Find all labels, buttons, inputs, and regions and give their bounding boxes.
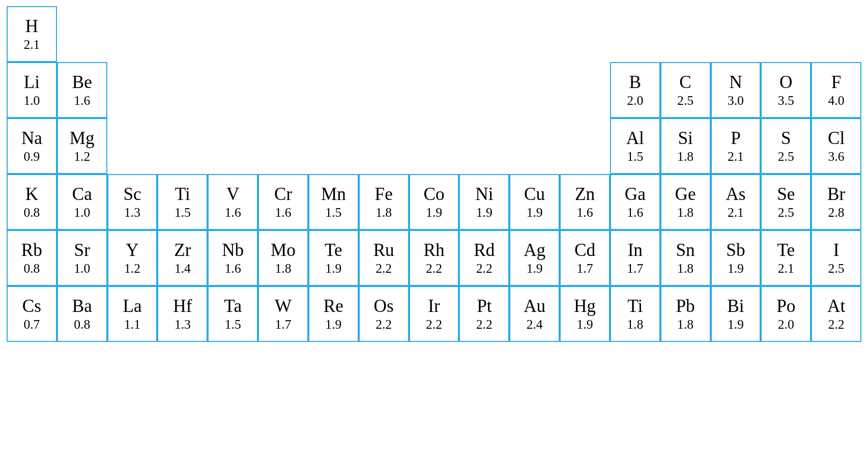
element-value: 2.0	[778, 317, 794, 333]
element-cell: Mg1.2	[57, 118, 107, 174]
element-cell: H2.1	[7, 6, 57, 62]
element-symbol: Zn	[575, 184, 595, 205]
empty-cell	[509, 118, 560, 174]
element-value: 3.6	[828, 149, 845, 165]
element-symbol: F	[831, 72, 842, 93]
element-value: 2.5	[778, 205, 794, 221]
element-cell: Sc1.3	[107, 174, 158, 230]
element-cell: Na0.9	[7, 118, 57, 174]
element-cell: Rd2.2	[459, 230, 509, 286]
element-symbol: Be	[72, 72, 92, 93]
element-cell: Sn1.8	[660, 230, 711, 286]
empty-cell	[711, 6, 761, 62]
element-symbol: Pb	[676, 296, 695, 317]
element-symbol: Rd	[474, 240, 495, 261]
element-cell: Ge1.8	[660, 174, 711, 230]
element-cell: Mn1.5	[308, 174, 359, 230]
element-value: 1.6	[225, 261, 241, 277]
element-symbol: Na	[21, 128, 42, 149]
empty-cell	[208, 6, 258, 62]
element-value: 1.7	[275, 317, 292, 333]
element-symbol: Zr	[174, 240, 191, 261]
element-cell: Al1.5	[610, 118, 660, 174]
element-symbol: Y	[126, 240, 138, 261]
element-symbol: Sb	[726, 240, 745, 261]
element-cell: Cl3.6	[811, 118, 861, 174]
empty-cell	[509, 62, 560, 118]
element-value: 1.2	[124, 261, 140, 277]
element-cell: Zn1.6	[560, 174, 610, 230]
element-value: 1.8	[375, 205, 392, 221]
element-cell: P2.1	[711, 118, 761, 174]
element-value: 1.8	[275, 261, 292, 277]
element-value: 1.6	[275, 205, 292, 221]
empty-cell	[308, 62, 359, 118]
empty-cell	[258, 62, 308, 118]
empty-cell	[560, 6, 610, 62]
element-cell: Pb1.8	[660, 286, 711, 342]
element-value: 1.8	[677, 261, 693, 277]
element-cell: At2.2	[811, 286, 861, 342]
element-cell: La1.1	[107, 286, 158, 342]
element-symbol: Rb	[21, 240, 42, 261]
element-symbol: Pt	[477, 296, 491, 317]
element-symbol: Sc	[123, 184, 141, 205]
element-value: 2.5	[828, 261, 845, 277]
element-symbol: Al	[626, 128, 644, 149]
element-value: 1.8	[627, 317, 643, 333]
element-cell: V1.6	[208, 174, 258, 230]
element-symbol: Cd	[574, 240, 595, 261]
element-symbol: Mn	[321, 184, 346, 205]
element-value: 1.5	[325, 205, 341, 221]
element-symbol: Po	[776, 296, 795, 317]
element-value: 1.5	[175, 205, 191, 221]
empty-cell	[459, 6, 509, 62]
element-symbol: Rh	[423, 240, 444, 261]
empty-cell	[157, 118, 208, 174]
empty-cell	[57, 6, 107, 62]
element-value: 2.2	[476, 261, 493, 277]
element-cell: Po2.0	[761, 286, 811, 342]
element-value: 1.3	[175, 317, 191, 333]
element-cell: N3.0	[711, 62, 761, 118]
element-symbol: Ti	[175, 184, 190, 205]
element-value: 1.8	[677, 205, 693, 221]
element-symbol: W	[275, 296, 292, 317]
element-value: 2.0	[627, 93, 643, 109]
element-value: 1.6	[74, 93, 90, 109]
element-value: 1.0	[74, 261, 90, 277]
element-cell: O3.5	[761, 62, 811, 118]
empty-cell	[308, 6, 359, 62]
empty-cell	[660, 6, 711, 62]
element-symbol: V	[226, 184, 239, 205]
element-value: 1.5	[225, 317, 241, 333]
element-cell: Li1.0	[7, 62, 57, 118]
element-value: 2.5	[677, 93, 693, 109]
element-value: 1.9	[476, 205, 493, 221]
element-symbol: Mo	[271, 240, 296, 261]
element-symbol: Cr	[274, 184, 292, 205]
element-cell: In1.7	[610, 230, 660, 286]
element-symbol: Au	[524, 296, 545, 317]
element-value: 1.9	[325, 261, 341, 277]
element-cell: Os2.2	[359, 286, 409, 342]
empty-cell	[359, 118, 409, 174]
element-symbol: Hf	[173, 296, 192, 317]
element-value: 2.1	[728, 149, 744, 165]
element-symbol: Te	[777, 240, 795, 261]
element-value: 3.5	[778, 93, 794, 109]
element-cell: F4.0	[811, 62, 861, 118]
element-value: 1.6	[576, 205, 593, 221]
element-symbol: K	[25, 184, 38, 205]
empty-cell	[258, 118, 308, 174]
element-cell: W1.7	[258, 286, 308, 342]
element-cell: Ni1.9	[459, 174, 509, 230]
element-value: 1.9	[527, 261, 543, 277]
element-value: 0.8	[23, 261, 40, 277]
empty-cell	[359, 62, 409, 118]
element-value: 1.9	[426, 205, 442, 221]
empty-cell	[208, 118, 258, 174]
element-cell: Rh2.2	[409, 230, 459, 286]
element-value: 1.3	[124, 205, 140, 221]
element-symbol: Ta	[224, 296, 242, 317]
